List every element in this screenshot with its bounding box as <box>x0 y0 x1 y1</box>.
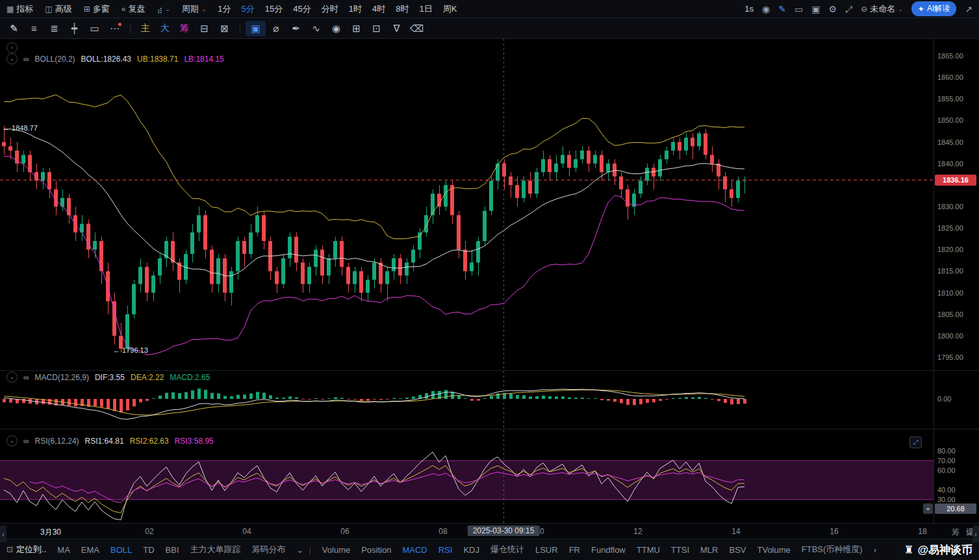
timeframe-2[interactable]: 15分 <box>265 3 283 15</box>
main-indicator-6[interactable]: 筹码分布 <box>252 544 286 555</box>
macd-hist-bar <box>159 396 162 399</box>
wave-icon[interactable]: ∿ <box>306 21 326 36</box>
sub-indicator-2[interactable]: MACD <box>402 545 427 555</box>
note-icon[interactable]: ⊞ <box>346 21 366 36</box>
more-icon[interactable]: ⋯ <box>105 21 125 36</box>
pen-icon[interactable]: ✒ <box>286 21 306 36</box>
rsi2-value: RSI2:62.63 <box>130 437 169 446</box>
brush-icon[interactable]: ⊠ <box>214 21 235 36</box>
pencil-icon[interactable]: ✎ <box>4 21 24 36</box>
sub-indicator-11[interactable]: MLR <box>700 545 718 555</box>
boll-title: BOLL(20,2) <box>35 55 75 64</box>
period-dropdown[interactable]: 周期⌄ <box>182 3 207 15</box>
menu-item-1[interactable]: ◫高级 <box>45 3 71 15</box>
main-indicator-1[interactable]: EMA <box>81 545 99 555</box>
timeframe-5[interactable]: 1时 <box>349 3 362 15</box>
candle-body <box>366 280 370 293</box>
settings-icon[interactable]: ⚙ <box>828 5 837 14</box>
sub-indicator-3[interactable]: RSI <box>439 545 453 555</box>
main-indicator-5[interactable]: 主力大单跟踪 <box>190 544 241 555</box>
chip-indicator-toggle[interactable]: 筹 <box>952 527 960 538</box>
candle-body <box>398 259 402 276</box>
hline-icon[interactable]: ┿ <box>64 21 84 36</box>
signal-dropdown[interactable]: ⣴⌄ <box>157 5 170 13</box>
right-panel-toggle[interactable]: › <box>973 526 979 542</box>
interval-selector[interactable]: 1s <box>744 4 754 14</box>
rsi-tick: 60.00 <box>937 466 956 474</box>
sub-indicator-12[interactable]: BSV <box>729 545 746 555</box>
link-icon[interactable]: ∞ <box>23 374 29 381</box>
menu-item-0[interactable]: ▦指标 <box>6 3 33 15</box>
link-icon[interactable]: ∞ <box>23 55 29 63</box>
price-tick: 1825.00 <box>937 224 963 232</box>
sub-indicator-8[interactable]: Fundflow <box>591 545 626 555</box>
timeframe-1[interactable]: 5分 <box>242 3 255 15</box>
timeframe-8[interactable]: 1日 <box>419 3 432 15</box>
timeframe-6[interactable]: 4时 <box>372 3 385 15</box>
sub-indicator-5[interactable]: 爆仓统计 <box>490 544 524 555</box>
draw-icon[interactable]: ✎ <box>778 5 786 14</box>
menu-item-2[interactable]: ⊞多窗 <box>84 3 110 15</box>
macd-hist-bar <box>340 398 344 399</box>
sub-indicator-4[interactable]: KDJ <box>463 545 479 555</box>
macd-hist-bar <box>542 396 545 399</box>
macd-hist-bar <box>405 398 409 399</box>
sub-indicator-14[interactable]: FTBS(币种维度) <box>802 544 863 555</box>
lines-icon[interactable]: ≣ <box>44 21 64 36</box>
list-icon[interactable]: ≡ <box>24 21 44 36</box>
chevron-down-icon[interactable]: ⌄ <box>297 545 304 555</box>
collapse-rsi-icon[interactable]: ⌄ <box>6 435 18 446</box>
panel-collapse-icon[interactable]: › <box>6 42 18 53</box>
main-indicator-3[interactable]: TD <box>143 545 154 555</box>
sub-indicator-10[interactable]: TTSI <box>671 545 689 555</box>
chart-canvas[interactable]: 1865.001860.001855.001850.001845.001840.… <box>0 39 979 523</box>
macd-hist-bar <box>256 392 259 399</box>
macd-hist-bar <box>743 399 746 403</box>
sub-indicator-1[interactable]: Position <box>361 545 391 555</box>
layout-select[interactable]: ⊖ 未命名 ⌄ <box>861 3 903 15</box>
locate-button[interactable]: ⊡ 定位到.. <box>6 544 46 555</box>
macd-tick: 0.00 <box>937 395 951 403</box>
chevron-right-icon[interactable]: › <box>874 545 876 555</box>
time-axis[interactable]: 2025-03-30 09:15 筹 爆 3月30020406081012141… <box>0 523 979 539</box>
sub-indicator-6[interactable]: LSUR <box>535 545 558 555</box>
timeframe-4[interactable]: 分时 <box>322 3 338 15</box>
template-icon[interactable]: ⊟ <box>194 21 214 36</box>
comment-icon[interactable]: ▭ <box>795 5 803 14</box>
macd-hist-bar <box>685 397 688 399</box>
macd-hist-bar <box>113 399 116 411</box>
mode-button-2[interactable]: 筹 <box>175 23 194 34</box>
main-indicator-2[interactable]: BOLL <box>110 545 132 555</box>
candle-body <box>2 142 6 147</box>
eraser-icon[interactable]: ⌀ <box>266 21 286 36</box>
main-indicator-4[interactable]: BBI <box>166 545 179 555</box>
camera-icon[interactable]: ◉ <box>762 5 770 14</box>
main-indicator-0[interactable]: MA <box>57 545 70 555</box>
link-icon[interactable]: ∞ <box>23 437 29 445</box>
delete-icon[interactable]: ⌫ <box>407 21 427 36</box>
timeframe-3[interactable]: 45分 <box>293 3 311 15</box>
image-icon[interactable]: ▣ <box>811 5 820 14</box>
sub-indicator-0[interactable]: Volume <box>322 545 350 555</box>
rect-icon[interactable]: ▭ <box>84 21 105 36</box>
sub-indicator-7[interactable]: FR <box>569 545 580 555</box>
timeframe-7[interactable]: 8时 <box>396 3 409 15</box>
sub-indicator-9[interactable]: TTMU <box>637 545 660 555</box>
sub-indicator-13[interactable]: TVolume <box>757 545 791 555</box>
rsi-expand-icon[interactable]: ⤢ <box>909 437 922 448</box>
fullscreen-icon[interactable]: ⤢ <box>845 5 852 14</box>
menu-item-3[interactable]: «复盘 <box>121 3 146 15</box>
mode-button-1[interactable]: 大 <box>155 23 175 34</box>
share-icon[interactable]: ↗ <box>965 5 973 14</box>
snapshot-icon[interactable]: ◉ <box>326 21 346 36</box>
collapse-macd-icon[interactable]: ⌄ <box>6 372 18 383</box>
collapse-boll-icon[interactable]: ⌄ <box>6 53 18 64</box>
left-panel-toggle[interactable]: ‹ <box>0 526 6 542</box>
filter-icon[interactable]: ∇ <box>387 21 407 36</box>
mode-button-0[interactable]: 主 <box>136 23 155 34</box>
timeframe-9[interactable]: 周K <box>443 3 457 15</box>
copy-icon[interactable]: ▣ <box>246 21 266 36</box>
timeframe-0[interactable]: 1分 <box>218 3 231 15</box>
stamp-icon[interactable]: ⊡ <box>366 21 387 36</box>
ai-interpret-button[interactable]: ✦ AI解读 <box>911 1 956 16</box>
